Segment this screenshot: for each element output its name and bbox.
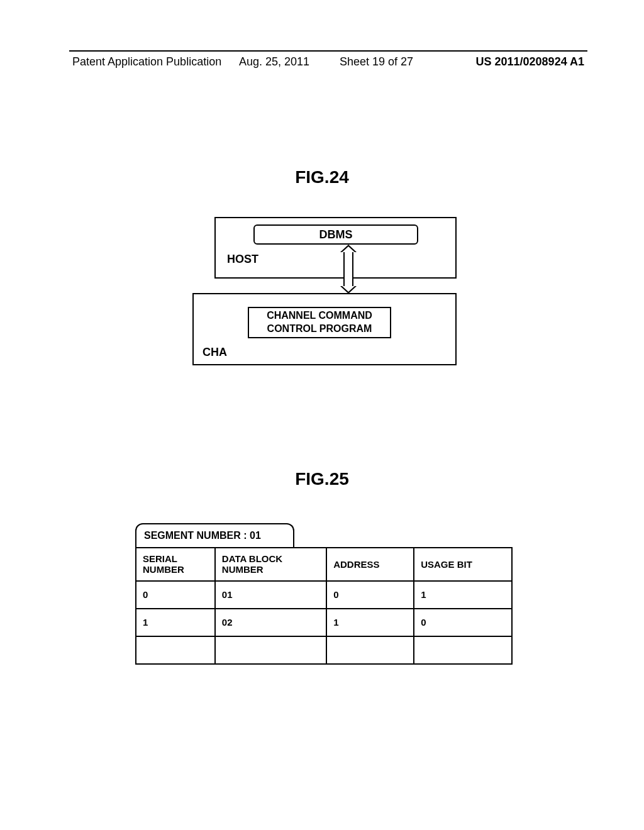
- publication-label: Patent Application Publication: [72, 55, 221, 69]
- program-line1: CHANNEL COMMAND: [267, 309, 372, 323]
- cell-serial: 0: [136, 581, 215, 609]
- table-header-row: SERIAL NUMBER DATA BLOCK NUMBER ADDRESS …: [136, 548, 512, 581]
- fig25-diagram: SEGMENT NUMBER : 01 SERIAL NUMBER DATA B…: [135, 523, 513, 665]
- table-row: 1 02 1 0: [136, 609, 512, 636]
- publication-date: Aug. 25, 2011: [239, 55, 309, 69]
- header-rule: [69, 50, 587, 52]
- fig25-title: FIG.25: [0, 469, 644, 489]
- header-usage: USAGE BIT: [414, 548, 512, 581]
- cell-address: [326, 636, 414, 664]
- cell-serial: 1: [136, 609, 215, 636]
- cell-usage: [414, 636, 512, 664]
- header-address: ADDRESS: [326, 548, 414, 581]
- dbms-box: DBMS: [253, 224, 418, 245]
- segment-table: SERIAL NUMBER DATA BLOCK NUMBER ADDRESS …: [135, 547, 513, 665]
- cha-box: CHANNEL COMMAND CONTROL PROGRAM CHA: [192, 293, 457, 365]
- channel-program-box: CHANNEL COMMAND CONTROL PROGRAM: [248, 307, 391, 338]
- patent-page: Patent Application Publication Aug. 25, …: [0, 0, 644, 830]
- publication-number: US 2011/0208924 A1: [476, 55, 584, 69]
- cell-serial: [136, 636, 215, 664]
- table-row: 0 01 0 1: [136, 581, 512, 609]
- cell-block: 02: [215, 609, 326, 636]
- fig24-diagram: DBMS HOST CHANNEL COMMAND CONTROL PROGRA…: [192, 217, 457, 365]
- segment-number-tab: SEGMENT NUMBER : 01: [135, 523, 294, 547]
- fig24-title: FIG.24: [0, 167, 644, 187]
- bidirectional-arrow-icon: [340, 245, 357, 294]
- table-row: [136, 636, 512, 664]
- sheet-info: Sheet 19 of 27: [340, 55, 413, 69]
- header-block: DATA BLOCK NUMBER: [215, 548, 326, 581]
- header-serial: SERIAL NUMBER: [136, 548, 215, 581]
- cell-address: 1: [326, 609, 414, 636]
- cell-usage: 0: [414, 609, 512, 636]
- cell-block: 01: [215, 581, 326, 609]
- cell-address: 0: [326, 581, 414, 609]
- cell-block: [215, 636, 326, 664]
- cha-label: CHA: [203, 346, 227, 359]
- host-label: HOST: [227, 253, 258, 266]
- host-box: DBMS HOST: [214, 217, 457, 279]
- program-line2: CONTROL PROGRAM: [267, 323, 372, 336]
- cell-usage: 1: [414, 581, 512, 609]
